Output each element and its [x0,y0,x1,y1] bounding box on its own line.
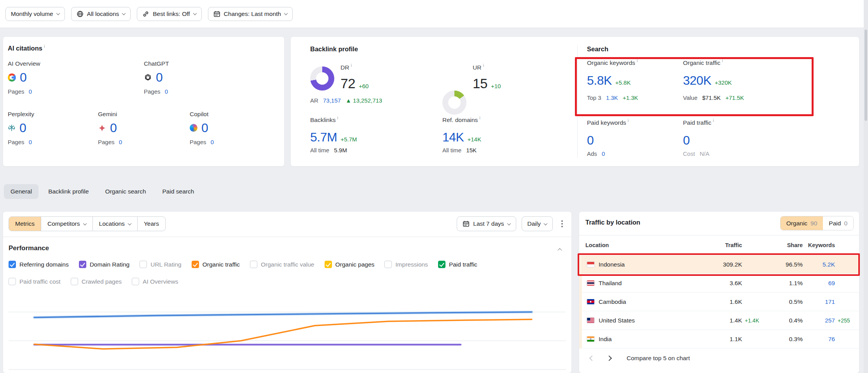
performance-line-chart[interactable] [3,289,571,373]
tab-backlink-profile[interactable]: Backlink profile [42,184,95,199]
gemini-icon [98,124,106,132]
gemini-label: Gemini [98,111,183,118]
gemini-pages-link[interactable]: 0 [119,139,122,145]
table-row-india[interactable]: India 1.1K 0.3% 76 [582,330,859,349]
collapse-chevron-up-icon[interactable] [557,248,562,253]
table-row-thailand[interactable]: Thailand 3.6K 1.1% 69 [582,274,859,293]
ads-value[interactable]: 0 [602,150,605,157]
metric-organic-traffic[interactable]: Organic traffic [192,261,240,268]
ai-item-ai-overview: AI Overview 0 Pages 0 [8,60,140,95]
top3-label: Top 3 [587,94,601,101]
ai-overview-pages-link[interactable]: 0 [29,88,32,95]
chevron-down-icon [544,221,548,225]
alltime-label: All time [442,147,461,153]
metric-referring-domains[interactable]: Referring domains [9,261,69,268]
backlinks-change: +5.7M [341,136,357,143]
ur-change: +10 [491,83,501,89]
organic-keywords-value-row: 5.8K +5.8K [587,74,630,87]
table-footer: Compare top 5 on chart [579,355,859,362]
backlinks-value[interactable]: 5.7M [310,131,337,143]
checkbox-unchecked-icon [250,261,257,268]
keywords-link[interactable]: 76 [803,336,835,343]
granularity-dropdown[interactable]: Daily [522,216,553,231]
backlinks-label: Backlinks [310,117,338,124]
chevron-down-icon [193,11,197,15]
keywords-link[interactable]: 5.2K [803,261,835,268]
metric-domain-rating[interactable]: Domain Rating [79,261,130,268]
more-options-kebab-icon[interactable] [561,223,563,225]
toggle-organic[interactable]: Organic 90 [781,216,823,230]
flag-united-states-icon [587,317,595,323]
perplexity-pages-link[interactable]: 0 [29,139,32,145]
cost-label: Cost [683,150,695,157]
top-filter-toolbar: Monthly volume All locations Best links:… [0,0,864,28]
metric-impressions[interactable]: Impressions [384,261,428,268]
organic-traffic-value[interactable]: 320K [683,74,711,87]
flag-cambodia-icon [587,299,595,305]
traffic-value-row: Value $71.5K +71.5K [683,94,744,101]
chatgpt-pages-link[interactable]: 0 [165,88,168,95]
share-value: 96.5% [764,261,803,268]
metric-url-rating[interactable]: URL Rating [140,261,182,268]
metric-toggles-row1: Referring domains Domain Rating URL Rati… [9,261,477,268]
traffic-value: 1.1K [706,336,742,343]
scrollbar-thumb[interactable] [865,30,867,121]
google-icon [8,73,16,82]
segment-competitors[interactable]: Competitors [41,217,93,231]
top3-row: Top 3 1.3K +1.3K [587,94,638,101]
backlink-search-card: Backlink profile DR 72 +60 AR 73,157 ▲ 1… [291,37,859,166]
keywords-link[interactable]: 69 [803,280,835,287]
flag-thailand-icon [587,280,595,286]
traffic-value: 1.4K [706,317,742,324]
ai-citations-title: AI citations [8,45,45,52]
previous-page-arrow-icon[interactable] [589,356,595,361]
date-range-dropdown[interactable]: Last 7 days [457,216,516,231]
paid-traffic-value[interactable]: 0 [683,134,690,146]
table-row-cambodia[interactable]: Cambodia 1.6K 0.5% 171 [582,293,859,311]
alltime-label: All time [310,147,329,153]
next-page-arrow-icon[interactable] [606,356,612,361]
openai-icon [144,73,152,82]
ai-overview-value: 0 [20,71,26,84]
metric-crawled-pages[interactable]: Crawled pages [71,278,122,285]
segment-years[interactable]: Years [137,217,165,231]
locations-dropdown[interactable]: All locations [71,7,131,21]
tab-paid-search[interactable]: Paid search [156,184,201,199]
performance-card: Metrics Competitors Locations Years Last… [3,212,571,373]
organic-keywords-value[interactable]: 5.8K [587,74,612,87]
metric-organic-traffic-value[interactable]: Organic traffic value [250,261,314,268]
ar-value[interactable]: 73,157 [323,97,341,104]
ai-item-chatgpt: ChatGPT 0 Pages 0 [144,60,276,95]
search-title: Search [587,45,608,53]
chatgpt-value: 0 [156,71,162,84]
paid-keywords-value[interactable]: 0 [587,134,594,146]
gemini-value: 0 [110,122,117,134]
checkbox-checked-icon [79,261,86,268]
changes-dropdown[interactable]: Changes: Last month [208,7,293,21]
keywords-link[interactable]: 257 [803,317,835,324]
copilot-pages-link[interactable]: 0 [211,139,214,145]
segment-metrics[interactable]: Metrics [9,217,41,231]
organic-keywords-label: Organic keywords [587,59,638,66]
tab-general[interactable]: General [4,184,38,199]
cost-value: N/A [700,150,709,157]
best-links-dropdown[interactable]: Best links: Off [137,7,201,21]
keywords-link[interactable]: 171 [803,298,835,305]
ref-domains-value[interactable]: 14K [442,131,464,143]
toggle-paid[interactable]: Paid 0 [823,216,853,230]
table-row-united-states[interactable]: United States 1.4K+1.4K 0.4% 257+255 [582,311,859,330]
monthly-volume-dropdown[interactable]: Monthly volume [5,7,65,21]
metric-ai-overviews[interactable]: AI Overviews [132,278,178,285]
metric-organic-pages[interactable]: Organic pages [325,261,375,268]
compare-top5-link[interactable]: Compare top 5 on chart [627,355,690,362]
calendar-icon [463,220,470,227]
segment-locations[interactable]: Locations [93,217,137,231]
metric-paid-traffic-cost[interactable]: Paid traffic cost [9,278,61,285]
table-row-indonesia[interactable]: Indonesia 309.2K 96.5% 5.2K [582,255,859,274]
traffic-value: 3.6K [706,280,742,287]
top3-value[interactable]: 1.3K [606,94,618,101]
tab-organic-search[interactable]: Organic search [98,184,152,199]
paid-traffic-label: Paid traffic [683,119,714,126]
checkbox-unchecked-icon [132,278,139,285]
metric-paid-traffic[interactable]: Paid traffic [438,261,477,268]
